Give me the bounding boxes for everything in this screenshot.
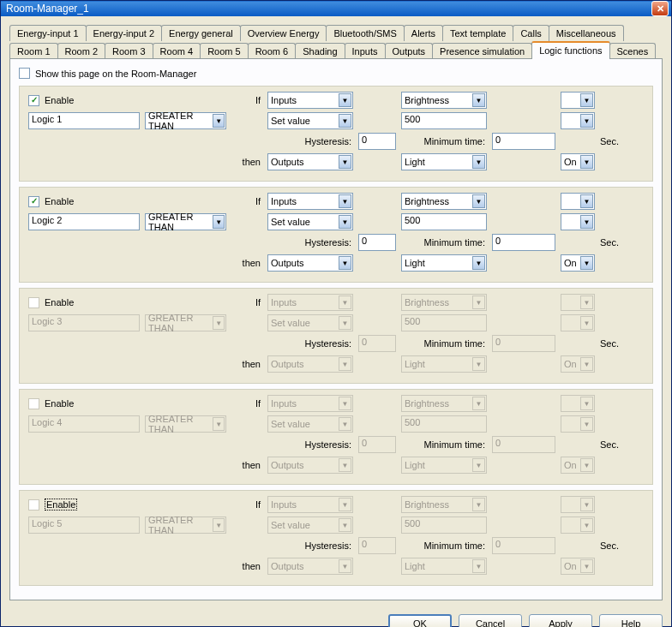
if-label: If <box>231 398 262 409</box>
tab-outputs[interactable]: Outputs <box>385 43 434 59</box>
tab-calls[interactable]: Calls <box>513 25 549 41</box>
then-value-combo[interactable]: On▼ <box>561 153 595 170</box>
tab-room-1[interactable]: Room 1 <box>9 43 58 59</box>
logic-group-3: Enable If Inputs▼ Brightness▼ ▼ Logic 3 … <box>19 288 653 384</box>
chevron-down-icon: ▼ <box>472 458 485 472</box>
enable-checkbox[interactable] <box>28 196 39 207</box>
chevron-down-icon: ▼ <box>580 256 593 270</box>
then-property-combo[interactable]: Light▼ <box>401 153 487 170</box>
tab-room-4[interactable]: Room 4 <box>153 43 201 59</box>
chevron-down-icon: ▼ <box>472 194 485 208</box>
then-target-combo: Outputs▼ <box>267 457 353 474</box>
chevron-down-icon: ▼ <box>339 215 351 229</box>
setvalue-input[interactable]: 500 <box>401 213 487 230</box>
chevron-down-icon: ▼ <box>580 155 593 169</box>
tab-energy-general[interactable]: Energy general <box>161 25 241 41</box>
operator-combo[interactable]: GREATER THAN▼ <box>145 213 226 230</box>
mintime-input: 0 <box>492 436 555 453</box>
then-label: then <box>231 258 262 268</box>
chevron-down-icon: ▼ <box>213 316 225 330</box>
mintime-label: Minimum time: <box>401 237 487 248</box>
then-label: then <box>231 157 262 167</box>
chevron-down-icon: ▼ <box>339 316 351 330</box>
chevron-down-icon: ▼ <box>472 296 485 309</box>
titlebar: Room-Manager_1 ✕ <box>1 1 671 16</box>
tab-energy-input-1[interactable]: Energy-input 1 <box>9 25 87 41</box>
then-target-combo[interactable]: Outputs▼ <box>267 254 353 272</box>
setvalue-mode-combo: Set value▼ <box>267 517 353 534</box>
mintime-input: 0 <box>492 335 555 352</box>
mintime-label: Minimum time: <box>401 338 487 349</box>
tab-inputs[interactable]: Inputs <box>345 43 386 59</box>
enable-label: Enable <box>45 196 74 206</box>
tab-room-3[interactable]: Room 3 <box>105 43 153 59</box>
chevron-down-icon: ▼ <box>472 498 485 511</box>
if-property-combo[interactable]: Brightness▼ <box>401 193 487 210</box>
hysteresis-input[interactable]: 0 <box>358 234 396 251</box>
mintime-input[interactable]: 0 <box>492 133 555 150</box>
tab-energy-input-2[interactable]: Energy-input 2 <box>86 25 163 41</box>
setvalue-mode-combo[interactable]: Set value▼ <box>267 213 353 230</box>
tab-row-1: Energy-input 1Energy-input 2Energy gener… <box>9 23 663 41</box>
if-extra-combo[interactable]: ▼ <box>561 193 595 210</box>
chevron-down-icon: ▼ <box>580 316 593 330</box>
tab-room-6[interactable]: Room 6 <box>248 43 297 59</box>
chevron-down-icon: ▼ <box>472 256 485 270</box>
mintime-input[interactable]: 0 <box>492 234 555 251</box>
chevron-down-icon: ▼ <box>472 397 485 410</box>
chevron-down-icon: ▼ <box>472 357 485 371</box>
setvalue-input[interactable]: 500 <box>401 112 487 129</box>
chevron-down-icon: ▼ <box>580 194 593 208</box>
enable-checkbox[interactable] <box>28 297 39 308</box>
hysteresis-input: 0 <box>358 436 396 453</box>
if-label: If <box>231 196 262 206</box>
setvalue-mode-combo[interactable]: Set value▼ <box>267 112 353 129</box>
operator-combo[interactable]: GREATER THAN▼ <box>145 112 226 129</box>
logic-name-input[interactable]: Logic 1 <box>28 112 140 129</box>
enable-checkbox[interactable] <box>28 499 39 511</box>
chevron-down-icon: ▼ <box>580 397 593 410</box>
tab-scenes[interactable]: Scenes <box>609 43 657 59</box>
seconds-label: Sec. <box>600 136 626 146</box>
window-title: Room-Manager_1 <box>6 3 89 15</box>
tab-overview-energy[interactable]: Overview Energy <box>240 25 327 41</box>
tab-bluetooth-sms[interactable]: Bluetooth/SMS <box>326 25 404 41</box>
show-page-checkbox[interactable] <box>19 68 30 79</box>
if-source-combo[interactable]: Inputs▼ <box>267 92 353 109</box>
setvalue-extra-combo[interactable]: ▼ <box>561 213 595 230</box>
tab-pane-logic-functions: Show this page on the Room-Manager Enabl… <box>9 58 663 600</box>
if-source-combo[interactable]: Inputs▼ <box>267 193 353 210</box>
help-button[interactable]: Help <box>599 614 663 627</box>
operator-combo: GREATER THAN▼ <box>145 415 226 433</box>
close-icon[interactable]: ✕ <box>651 1 669 16</box>
chevron-down-icon: ▼ <box>580 518 593 532</box>
tab-logic-functions[interactable]: Logic functions <box>531 41 609 59</box>
chevron-down-icon: ▼ <box>339 357 351 371</box>
tab-room-2[interactable]: Room 2 <box>57 43 106 59</box>
mintime-input: 0 <box>492 537 555 554</box>
tab-alerts[interactable]: Alerts <box>404 25 443 41</box>
tab-presence-simulation[interactable]: Presence simulation <box>432 43 532 59</box>
setvalue-extra-combo[interactable]: ▼ <box>561 112 595 129</box>
logic-name-input[interactable]: Logic 2 <box>28 213 140 230</box>
chevron-down-icon: ▼ <box>580 559 593 573</box>
hysteresis-input[interactable]: 0 <box>358 133 396 150</box>
ok-button[interactable]: OK <box>388 614 452 627</box>
enable-checkbox[interactable] <box>28 398 39 409</box>
then-value-combo: On▼ <box>561 558 595 575</box>
then-target-combo[interactable]: Outputs▼ <box>267 153 353 170</box>
enable-checkbox[interactable] <box>28 95 39 106</box>
then-value-combo[interactable]: On▼ <box>561 254 595 272</box>
tab-text-template[interactable]: Text template <box>442 25 513 41</box>
tab-room-5[interactable]: Room 5 <box>200 43 249 59</box>
if-extra-combo[interactable]: ▼ <box>561 92 595 109</box>
cancel-button[interactable]: Cancel <box>459 614 522 627</box>
tab-shading[interactable]: Shading <box>295 43 345 59</box>
tab-miscellaneous[interactable]: Miscellaneous <box>549 25 624 41</box>
seconds-label: Sec. <box>600 237 626 248</box>
then-property-combo[interactable]: Light▼ <box>401 254 487 272</box>
apply-button[interactable]: Apply <box>529 614 592 627</box>
setvalue-extra-combo: ▼ <box>561 314 595 331</box>
if-property-combo[interactable]: Brightness▼ <box>401 92 487 109</box>
hysteresis-label: Hysteresis: <box>267 338 353 349</box>
